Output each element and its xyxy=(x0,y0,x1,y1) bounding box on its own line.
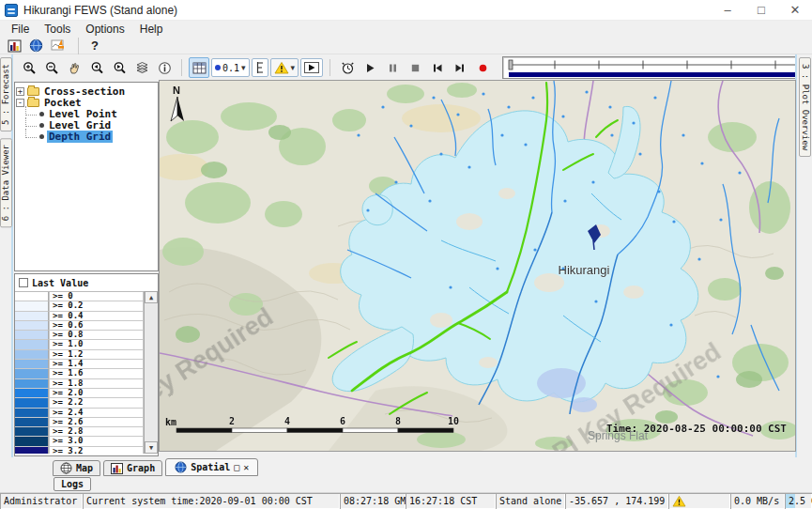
scroll-up-button[interactable]: ▲ xyxy=(145,291,158,303)
bottom-tab-bar: Map Graph Spatial □ ✕ xyxy=(0,457,812,476)
layers-button[interactable] xyxy=(131,57,152,78)
status-warning-cell[interactable] xyxy=(668,493,730,509)
toolbar-separator xyxy=(78,38,79,54)
last-value-row: Last Value xyxy=(15,274,158,291)
folder-open-icon xyxy=(27,99,39,107)
menu-tools[interactable]: Tools xyxy=(37,23,78,36)
grid-display-button[interactable] xyxy=(189,57,209,78)
info-icon xyxy=(158,61,172,75)
legend-color-swatch xyxy=(15,437,49,446)
warning-icon xyxy=(274,61,289,74)
tree-leaf-depth-grid-selected[interactable]: Depth Grid xyxy=(16,131,157,142)
database-display-button[interactable] xyxy=(8,39,22,53)
tab-map-label: Map xyxy=(76,463,93,473)
town-label: Hikurangi xyxy=(559,263,610,277)
hand-icon xyxy=(68,61,82,75)
tree-node-pocket[interactable]: - Pocket xyxy=(16,97,157,108)
tree-leaf-level-point[interactable]: Level Point xyxy=(16,108,157,119)
zoom-previous-button[interactable] xyxy=(86,57,107,78)
stop-icon xyxy=(410,63,421,73)
record-button[interactable] xyxy=(472,57,493,78)
tree-connector xyxy=(25,129,37,138)
help-button[interactable]: ? xyxy=(91,39,99,53)
stop-button[interactable] xyxy=(405,57,425,78)
title-bar: Hikurangi FEWS (Stand alone) – □ ✕ xyxy=(0,0,812,21)
warning-dropdown[interactable]: ▾ xyxy=(270,58,299,77)
right-tab-strip: 3 : Plot Overview xyxy=(795,54,812,457)
tab-spatial-label: Spatial xyxy=(191,462,230,472)
menu-options[interactable]: Options xyxy=(78,23,131,36)
legend-color-swatch xyxy=(15,301,49,311)
legend-color-swatch xyxy=(15,389,49,398)
scroll-down-button[interactable]: ▼ xyxy=(145,441,158,454)
legend-color-swatch xyxy=(15,312,49,321)
legend-color-swatch xyxy=(15,360,49,369)
sidebar-tab-data-viewer[interactable]: 6 : Data Viewer xyxy=(0,138,12,227)
zoom-next-button[interactable] xyxy=(109,57,130,78)
grid-icon xyxy=(192,62,207,74)
tab-spatial[interactable]: Spatial □ ✕ xyxy=(165,458,258,476)
tab-map[interactable]: Map xyxy=(53,460,100,476)
legend-color-swatch xyxy=(15,292,49,301)
expand-icon[interactable]: + xyxy=(16,87,24,96)
animation-button[interactable] xyxy=(300,58,323,77)
map-display-button[interactable] xyxy=(29,39,43,53)
profile-button[interactable] xyxy=(252,58,268,77)
scale-unit-label: km xyxy=(165,417,176,427)
map-view[interactable]: API Key Required API Key Required xyxy=(160,81,795,451)
left-tab-strip: 5 : Forecast 6 : Data Viewer xyxy=(0,54,13,457)
collapse-icon[interactable]: - xyxy=(16,99,24,107)
minimize-button[interactable]: – xyxy=(711,0,744,20)
timer-button[interactable] xyxy=(337,57,358,78)
last-value-checkbox[interactable] xyxy=(19,278,28,287)
skip-start-button[interactable] xyxy=(427,57,448,78)
tree-connector xyxy=(25,117,37,127)
zoom-previous-icon xyxy=(90,61,104,75)
globe-icon xyxy=(29,39,43,53)
scale-tick: 10 xyxy=(448,416,459,426)
logs-button[interactable]: Logs xyxy=(54,477,91,491)
globe-icon xyxy=(175,461,187,473)
tree-leaf-level-grid[interactable]: Level Grid xyxy=(16,119,157,131)
chevron-down-icon: ▾ xyxy=(241,63,246,72)
zoom-next-icon xyxy=(113,61,127,75)
sidebar-tab-forecast[interactable]: 5 : Forecast xyxy=(0,57,12,131)
map-canvas: API Key Required API Key Required xyxy=(160,81,795,451)
scale-tick: 4 xyxy=(284,416,290,426)
legend-row[interactable]: >= 3.2 xyxy=(15,447,144,454)
tree-node-cross-section[interactable]: + Cross-section xyxy=(16,85,157,97)
close-button[interactable]: ✕ xyxy=(778,0,812,20)
folder-icon xyxy=(27,87,39,96)
status-coordinates: -35.657 , 174.199 xyxy=(565,493,668,509)
legend-scrollbar[interactable]: ▲ ▼ xyxy=(144,291,158,454)
info-button[interactable] xyxy=(154,57,175,78)
tab-maximize-icon[interactable]: □ xyxy=(234,462,239,472)
chart-arrow-icon xyxy=(51,39,66,53)
app-logo-icon xyxy=(5,4,18,17)
menu-help[interactable]: Help xyxy=(132,23,171,36)
tab-close-icon[interactable]: ✕ xyxy=(243,462,249,472)
sidebar-tab-plot-overview[interactable]: 3 : Plot Overview xyxy=(799,57,811,157)
legend-color-swatch xyxy=(15,398,49,408)
maximize-button[interactable]: □ xyxy=(744,0,778,20)
timeline-slider[interactable] xyxy=(502,56,812,79)
menu-file[interactable]: File xyxy=(4,23,37,36)
bullet-icon xyxy=(39,112,44,116)
interval-value: 0.1 xyxy=(222,63,239,73)
tab-graph[interactable]: Graph xyxy=(103,460,162,476)
play-button[interactable] xyxy=(360,57,380,78)
status-system-time: Current system time:2020-09-01 00:00 CST xyxy=(83,493,340,509)
zoom-in-button[interactable] xyxy=(19,57,39,78)
zoom-out-button[interactable] xyxy=(41,57,62,78)
scale-tick: 2 xyxy=(229,416,235,426)
status-memory: 2.5 GB xyxy=(785,493,812,509)
legend-color-swatch xyxy=(15,418,49,427)
interval-dropdown[interactable]: 0.1 ▾ xyxy=(211,58,250,77)
skip-end-button[interactable] xyxy=(450,57,470,78)
toolbar-separator xyxy=(181,59,182,76)
pause-button[interactable] xyxy=(382,57,403,78)
window-controls: – □ ✕ xyxy=(711,0,812,20)
pan-button[interactable] xyxy=(64,57,84,78)
timeseries-display-button[interactable] xyxy=(51,39,66,53)
scale-ruler-icon xyxy=(255,61,265,74)
